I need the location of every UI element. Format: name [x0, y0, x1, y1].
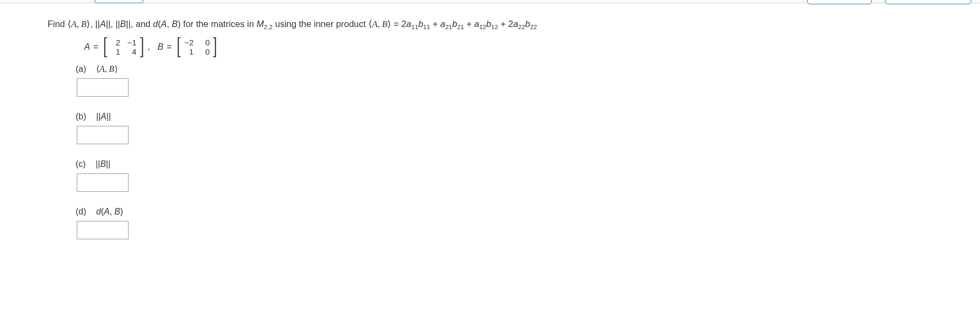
plus: +	[464, 19, 474, 29]
bracket-open-icon: [	[103, 38, 108, 55]
matrix-A-12: −1	[127, 38, 137, 47]
part-letter: (a)	[76, 64, 86, 73]
answer-input-a[interactable]	[77, 78, 129, 97]
part-d-expr: d(A, B)	[96, 207, 123, 216]
norm-A: ||A||	[95, 19, 110, 29]
bracket-open-icon: [	[177, 38, 182, 55]
answer-input-b[interactable]	[77, 126, 129, 144]
term2: a21b21	[440, 19, 464, 29]
matrix-A-22: 4	[127, 47, 137, 56]
part-b: (b) ||A||	[48, 112, 980, 144]
bracket-close-icon: ]	[212, 38, 217, 55]
part-letter: (d)	[76, 207, 86, 216]
distance-AB: d(A, B)	[153, 19, 180, 29]
term4: 2a22b22	[508, 19, 537, 29]
part-a: (a) ⟨A, B⟩	[48, 64, 980, 97]
matrix-B-11: −2	[184, 38, 193, 47]
prompt-mid: for the matrices in	[181, 19, 257, 29]
top-input-right-2[interactable]	[885, 0, 971, 4]
comma: ,	[147, 42, 150, 52]
bracket-close-icon: ]	[139, 38, 144, 55]
part-letter: (b)	[76, 112, 86, 121]
top-border	[0, 0, 980, 3]
term3: a12b12	[474, 19, 498, 29]
norm-B: ||B||	[116, 19, 131, 29]
part-a-expr: ⟨A, B⟩	[96, 64, 118, 73]
inner-product-AB: ⟨A, B⟩	[68, 19, 90, 29]
part-c-label: (c) ||B||	[76, 159, 980, 169]
part-d: (d) d(A, B)	[48, 207, 980, 239]
answer-input-c[interactable]	[77, 173, 129, 192]
prompt-pre: Find	[48, 19, 68, 29]
term1: 2a11b11	[401, 19, 430, 29]
matrix-B-21: 1	[184, 47, 193, 56]
plus: +	[430, 19, 440, 29]
matrix-B-22: 0	[200, 47, 210, 56]
matrix-B-12: 0	[200, 38, 210, 47]
part-a-label: (a) ⟨A, B⟩	[76, 64, 980, 74]
matrix-A-21: 1	[111, 47, 120, 56]
inner-product-AB-2: ⟨A, B⟩	[368, 19, 391, 29]
eq: =	[166, 42, 171, 52]
question-content: Find ⟨A, B⟩, ||A||, ||B||, and d(A, B) f…	[0, 8, 980, 239]
part-b-label: (b) ||A||	[76, 112, 980, 122]
matrix-A-label: A	[84, 42, 90, 52]
answer-input-d[interactable]	[77, 221, 129, 239]
part-c-expr: ||B||	[96, 159, 110, 169]
sep: ,	[90, 19, 95, 29]
sep: , and	[131, 19, 153, 29]
matrix-B: −2 0 1 0	[184, 38, 210, 56]
matrices-row: A = [ 2 −1 1 4 ] , B = [ −2 0 1 0 ]	[48, 38, 980, 56]
plus: +	[498, 19, 508, 29]
top-input-right-1[interactable]	[807, 0, 872, 4]
matrix-A: 2 −1 1 4	[111, 38, 137, 56]
sep: ,	[110, 19, 115, 29]
part-c: (c) ||B||	[48, 159, 980, 192]
matrix-B-label: B	[158, 42, 164, 52]
prompt-using: using the inner product	[273, 19, 368, 29]
eq: =	[391, 19, 401, 29]
question-prompt: Find ⟨A, B⟩, ||A||, ||B||, and d(A, B) f…	[48, 17, 980, 32]
space-sub: 2,2	[264, 24, 273, 30]
part-b-expr: ||A||	[96, 112, 111, 121]
matrix-A-11: 2	[111, 38, 120, 47]
top-input-left[interactable]	[95, 0, 143, 3]
part-letter: (c)	[76, 159, 86, 169]
space-M: M	[257, 19, 264, 29]
part-d-label: (d) d(A, B)	[76, 207, 980, 217]
eq: =	[93, 42, 98, 52]
